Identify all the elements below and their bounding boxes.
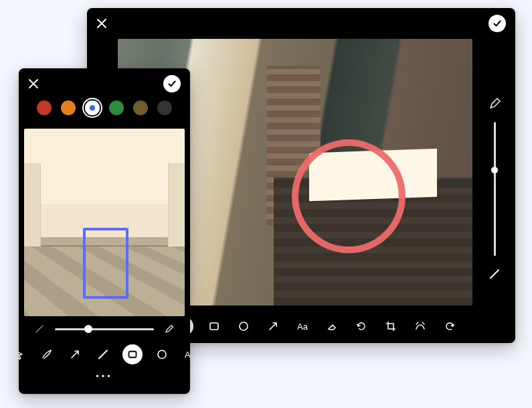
swatch-red[interactable] — [37, 100, 52, 115]
close-icon[interactable] — [96, 18, 107, 29]
toolbar: Aa — [19, 344, 190, 364]
tool-arrow[interactable] — [264, 318, 282, 335]
tool-circle[interactable] — [153, 346, 171, 363]
topbar — [87, 8, 515, 38]
more-button[interactable]: ••• — [96, 371, 113, 381]
line-thin-icon — [31, 320, 48, 338]
canvas[interactable] — [24, 129, 185, 316]
svg-rect-2 — [129, 352, 137, 358]
stroke-width-slider[interactable] — [494, 122, 496, 256]
tool-eraser[interactable] — [323, 318, 341, 335]
stroke-width-rail — [483, 95, 506, 283]
stroke-width-slider[interactable] — [55, 328, 154, 330]
tool-rotate[interactable] — [353, 318, 370, 335]
accept-button[interactable] — [163, 75, 181, 92]
swatch-olive[interactable] — [133, 100, 148, 115]
tool-pointer[interactable] — [19, 346, 27, 363]
pencil-icon — [486, 95, 503, 113]
tool-undo[interactable] — [441, 318, 458, 335]
tool-rect[interactable] — [122, 344, 143, 364]
annotation-circle[interactable] — [292, 139, 406, 253]
selection-rect[interactable] — [83, 228, 128, 299]
swatch-orange[interactable] — [61, 100, 76, 115]
tool-brush[interactable] — [38, 346, 56, 363]
svg-point-1 — [240, 322, 248, 330]
close-icon[interactable] — [28, 78, 39, 89]
swatch-white[interactable] — [85, 100, 100, 115]
swatch-gray[interactable] — [157, 100, 172, 115]
tool-rect[interactable] — [205, 318, 223, 335]
color-swatches — [19, 98, 190, 122]
line-icon — [486, 265, 503, 283]
bottom-bar: Aa ••• — [19, 312, 190, 394]
tool-text[interactable]: Aa — [294, 318, 311, 335]
tool-circle[interactable] — [235, 318, 252, 335]
swatch-green[interactable] — [109, 100, 124, 115]
stroke-width-row — [31, 320, 178, 338]
tool-crop[interactable] — [382, 318, 400, 335]
tool-line[interactable] — [94, 346, 112, 363]
tool-arrow[interactable] — [66, 346, 84, 363]
topbar — [19, 68, 190, 98]
tool-curve[interactable] — [412, 318, 429, 335]
svg-point-3 — [158, 350, 166, 358]
pencil-icon — [161, 320, 178, 338]
tool-text[interactable]: Aa — [181, 346, 190, 363]
editor-panel-mobile: Aa ••• — [19, 68, 190, 394]
accept-button[interactable] — [489, 15, 506, 32]
svg-rect-0 — [210, 323, 218, 330]
